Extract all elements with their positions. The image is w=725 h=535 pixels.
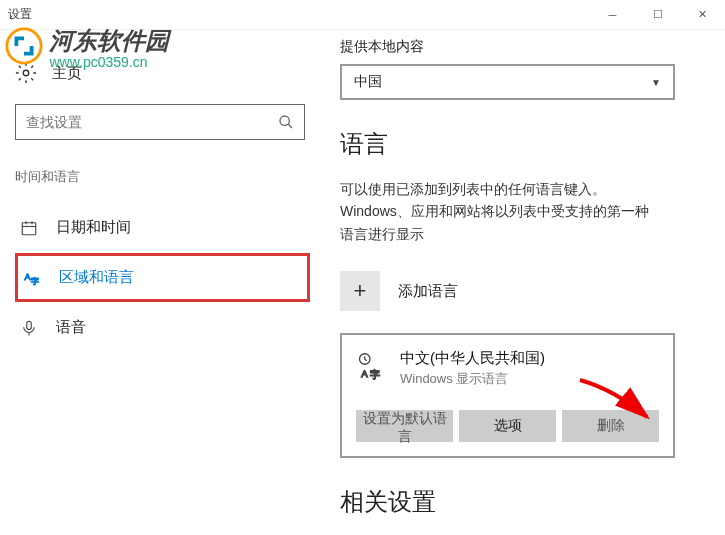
titlebar: 设置 ─ ☐ ✕ — [0, 0, 725, 30]
dropdown-value: 中国 — [354, 73, 651, 91]
window-controls: ─ ☐ ✕ — [590, 0, 725, 30]
microphone-icon — [20, 319, 38, 337]
svg-rect-10 — [27, 321, 32, 329]
svg-text:A: A — [361, 368, 368, 379]
nav-label: 区域和语言 — [59, 268, 134, 287]
nav-label: 语音 — [56, 318, 86, 337]
options-button[interactable]: 选项 — [459, 410, 556, 442]
home-link[interactable]: 主页 — [15, 62, 310, 84]
related-settings-title: 相关设置 — [340, 486, 700, 518]
nav-item-speech[interactable]: 语音 — [15, 306, 310, 349]
home-label: 主页 — [52, 64, 82, 83]
language-section-title: 语言 — [340, 128, 700, 160]
add-language-label: 添加语言 — [398, 282, 458, 301]
set-default-button[interactable]: 设置为默认语言 — [356, 410, 453, 442]
svg-rect-4 — [22, 222, 36, 234]
maximize-button[interactable]: ☐ — [635, 0, 680, 30]
add-language-button[interactable]: + 添加语言 — [340, 265, 700, 317]
nav-label: 日期和时间 — [56, 218, 131, 237]
gear-icon — [15, 62, 37, 84]
search-icon — [278, 114, 294, 130]
close-button[interactable]: ✕ — [680, 0, 725, 30]
calendar-icon — [20, 219, 38, 237]
language-clock-icon: A字 — [356, 352, 384, 380]
svg-point-1 — [23, 70, 29, 76]
chevron-down-icon: ▼ — [651, 77, 661, 88]
nav-item-region-language[interactable]: A字 区域和语言 — [15, 253, 310, 302]
language-card[interactable]: A字 中文(中华人民共和国) Windows 显示语言 设置为默认语言 选项 删… — [340, 333, 675, 458]
country-dropdown[interactable]: 中国 ▼ — [340, 64, 675, 100]
minimize-button[interactable]: ─ — [590, 0, 635, 30]
plus-icon: + — [340, 271, 380, 311]
category-label: 时间和语言 — [15, 168, 310, 186]
language-subtitle: Windows 显示语言 — [400, 370, 545, 388]
svg-text:字: 字 — [31, 277, 39, 286]
svg-point-2 — [280, 116, 289, 125]
delete-button[interactable]: 删除 — [562, 410, 659, 442]
language-name: 中文(中华人民共和国) — [400, 349, 545, 368]
content-region-label: 提供本地内容 — [340, 38, 700, 56]
svg-line-3 — [288, 124, 292, 128]
language-section-desc: 可以使用已添加到列表中的任何语言键入。Windows、应用和网站将以列表中受支持… — [340, 178, 660, 245]
svg-text:A: A — [25, 271, 31, 281]
window-title: 设置 — [8, 6, 32, 23]
nav-item-datetime[interactable]: 日期和时间 — [15, 206, 310, 249]
search-box[interactable] — [15, 104, 305, 140]
main-content: 提供本地内容 中国 ▼ 语言 可以使用已添加到列表中的任何语言键入。Window… — [310, 30, 725, 535]
sidebar: 主页 时间和语言 日期和时间 A字 区域和语言 语音 — [0, 30, 310, 535]
language-icon: A字 — [23, 269, 41, 287]
svg-text:字: 字 — [370, 369, 380, 380]
search-input[interactable] — [26, 114, 278, 130]
